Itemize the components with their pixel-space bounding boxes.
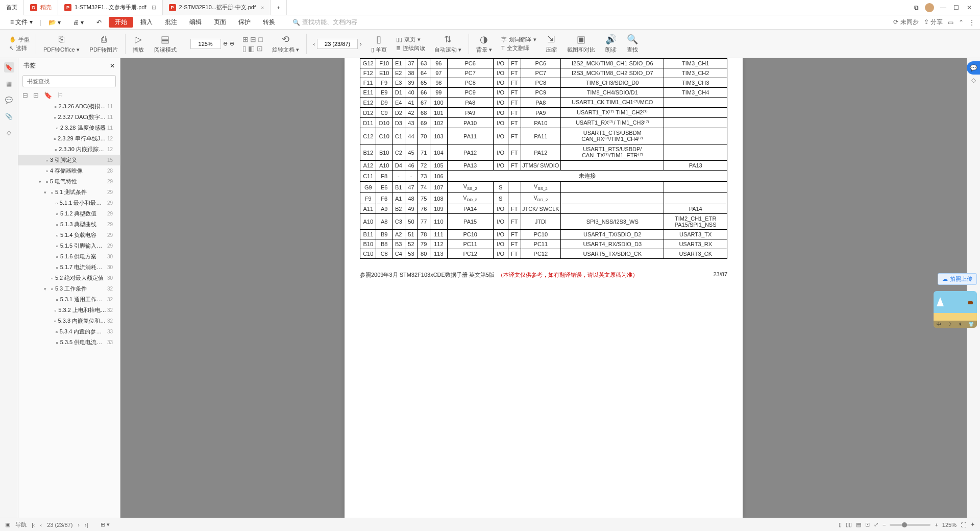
zoom-slider[interactable]: [890, 524, 930, 526]
tree-item[interactable]: ▫4 存储器映像28: [18, 165, 120, 176]
close-icon[interactable]: ✕: [967, 4, 974, 11]
hand-mode[interactable]: ✋ 手型: [9, 36, 30, 43]
right-icon-2[interactable]: ◇: [971, 77, 976, 84]
tree-item[interactable]: ▫5.1.2 典型数值29: [18, 208, 120, 219]
float-badge[interactable]: 💬: [967, 61, 980, 75]
last-page-icon[interactable]: ›|: [85, 522, 88, 528]
minimize-icon[interactable]: —: [940, 4, 947, 11]
sync-status[interactable]: ⟳ 未同步: [893, 18, 918, 27]
print-icon[interactable]: 🖨 ▾: [68, 18, 89, 27]
bookmark-search[interactable]: [22, 75, 116, 87]
close-icon[interactable]: ×: [261, 5, 264, 11]
select-mode[interactable]: ↖ 选择: [9, 44, 30, 52]
float-widget[interactable]: 中☽☀👕: [934, 291, 977, 328]
zoom-value[interactable]: 125%: [942, 522, 957, 528]
tree-item[interactable]: ▫5.3.4 内置的参照电压33: [18, 326, 120, 337]
tree-item[interactable]: ▫5.3.5 供电电流特性33: [18, 337, 120, 348]
tab-home[interactable]: 首页: [0, 0, 24, 15]
compress[interactable]: ⇲压缩: [541, 34, 562, 54]
view-icon-1[interactable]: ▯: [839, 521, 842, 528]
more-icon[interactable]: ⋮: [969, 19, 975, 26]
fit-width-icon[interactable]: ⊞ ⊟ □: [242, 35, 263, 43]
double-page[interactable]: ▯▯ 双页 ▾: [396, 36, 425, 43]
tab-app[interactable]: D稻壳: [24, 0, 58, 15]
photo-upload[interactable]: ☁ 拍照上传: [938, 273, 977, 285]
tree-item[interactable]: ▫2.3.28 温度传感器11: [18, 123, 120, 133]
tree-item[interactable]: ▫2.3.27 DAC(数字至模拟信号转换器)11: [18, 112, 120, 123]
next-page-icon[interactable]: ›: [78, 522, 80, 528]
thumbnail-icon[interactable]: ▦: [4, 79, 14, 89]
maximize-icon[interactable]: ☐: [953, 4, 961, 11]
crop-compare[interactable]: ▣截图和对比: [562, 34, 600, 54]
zoom-out-icon[interactable]: −: [883, 522, 886, 528]
collapse-icon[interactable]: ⊟: [22, 91, 28, 99]
tree-item[interactable]: ▫5.1.7 电流消耗测量30: [18, 262, 120, 273]
bookmark-alt-icon[interactable]: ⚐: [57, 91, 63, 99]
tree-item[interactable]: ▫5.3.3 内嵌复位和电源控制模块特性32: [18, 316, 120, 326]
menu-convert[interactable]: 转换: [258, 17, 280, 28]
tree-item[interactable]: ▫5.1.3 典型曲线29: [18, 219, 120, 230]
page-input[interactable]: [317, 39, 358, 49]
tree-item[interactable]: ▫2.3.30 内嵌跟踪模块(ETM)12: [18, 144, 120, 155]
global-search[interactable]: 🔍 查找功能、文档内容: [292, 18, 357, 27]
single-page[interactable]: ▯▯ 单页: [366, 34, 392, 54]
grid-icon[interactable]: ⊞ ▾: [101, 521, 110, 528]
tab-pdf2[interactable]: P2-STM32F10...据手册-中文.pdf×: [163, 0, 271, 15]
find[interactable]: 🔍查找: [622, 34, 643, 54]
fit-page-icon[interactable]: ▯ ◧ ⊡: [242, 44, 263, 53]
rotate-button[interactable]: ⟲旋转文档 ▾: [267, 34, 304, 54]
tree-item[interactable]: ▫5.3.2 上电和掉电时的工作条件32: [18, 305, 120, 316]
undo-icon[interactable]: ↶: [91, 18, 107, 27]
avatar[interactable]: [925, 3, 934, 12]
tree-item[interactable]: ▫2.3.26 ADC(模拟/数字转换器)11: [18, 101, 120, 112]
menu-protect[interactable]: 保护: [233, 17, 256, 28]
pdf-to-office[interactable]: ⎘PDF转Office ▾: [38, 34, 85, 54]
tab-pdf1[interactable]: P1-STM32F1...文参考手册.pdf⊡: [58, 0, 163, 15]
menu-edit[interactable]: 编辑: [184, 17, 207, 28]
fit-icon[interactable]: ⤢: [874, 521, 878, 528]
tree-item[interactable]: ▫5.1.6 供电方案30: [18, 251, 120, 262]
prev-page-icon[interactable]: ‹: [40, 522, 42, 528]
open-icon[interactable]: 📂 ▾: [43, 18, 66, 27]
full-translate[interactable]: T 全文翻译: [501, 44, 536, 52]
background[interactable]: ◑背景 ▾: [471, 34, 497, 54]
sidebar-close-icon[interactable]: ✕: [110, 62, 115, 69]
bookmark-add-icon[interactable]: 🔖: [44, 91, 52, 99]
tree-item[interactable]: ▫3 引脚定义15: [18, 155, 120, 165]
tree-item[interactable]: ▫5.2 绝对最大额定值30: [18, 273, 120, 283]
word-translate[interactable]: 字 划词翻译 ▾: [501, 36, 536, 43]
expand-icon[interactable]: ⊞: [33, 91, 39, 99]
tree-item[interactable]: ▾▫5 电气特性29: [18, 176, 120, 187]
tree-item[interactable]: ▾▫5.1 测试条件29: [18, 187, 120, 198]
bookmark-icon[interactable]: 🔖: [4, 62, 14, 73]
nav-label[interactable]: 导航: [15, 521, 27, 528]
more-status-icon[interactable]: ✦: [970, 521, 975, 528]
chevron-up-icon[interactable]: ⌃: [959, 19, 964, 26]
tree-item[interactable]: ▫2.3.29 串行单线JTAG调试口(SWJ-DP)12: [18, 133, 120, 144]
zoom-in-icon[interactable]: ⊕: [230, 40, 234, 47]
zoom-input[interactable]: [190, 39, 221, 49]
first-page-icon[interactable]: |‹: [32, 522, 35, 528]
attachment-icon[interactable]: 📎: [4, 111, 14, 122]
shapes-icon[interactable]: ◇: [4, 128, 14, 138]
play-button[interactable]: ▷播放: [128, 34, 149, 54]
auto-scroll[interactable]: ⇅自动滚动 ▾: [429, 34, 467, 54]
settings-icon[interactable]: ▭: [948, 19, 953, 26]
document-viewport[interactable]: G12F10E1376396PC6I/OFTPC6I2S2_MCK/TIM8_C…: [120, 58, 967, 518]
menu-page[interactable]: 页面: [209, 17, 231, 28]
prev-page-icon[interactable]: ‹: [313, 41, 315, 47]
menu-start[interactable]: 开始: [109, 17, 133, 28]
pdf-to-pic[interactable]: ⎙PDF转图片: [85, 34, 123, 54]
comment-icon[interactable]: 💬: [4, 95, 14, 105]
continuous-read[interactable]: ≣ 连续阅读: [396, 44, 425, 52]
fullscreen-icon[interactable]: ⛶: [961, 522, 966, 528]
notif-icon[interactable]: ⧉: [914, 4, 919, 11]
zoom-in-icon[interactable]: +: [935, 522, 938, 528]
menu-insert[interactable]: 插入: [135, 17, 158, 28]
tree-item[interactable]: ▾▫5.3 工作条件32: [18, 283, 120, 294]
tree-item[interactable]: ▫5.3.1 通用工作条件32: [18, 294, 120, 305]
page-indicator[interactable]: 23 (23/87): [47, 522, 72, 528]
menu-annotate[interactable]: 批注: [160, 17, 182, 28]
menu-hamburger[interactable]: ≡ 文件 ▾: [5, 17, 38, 28]
zoom-out-icon[interactable]: ⊖: [223, 40, 228, 47]
